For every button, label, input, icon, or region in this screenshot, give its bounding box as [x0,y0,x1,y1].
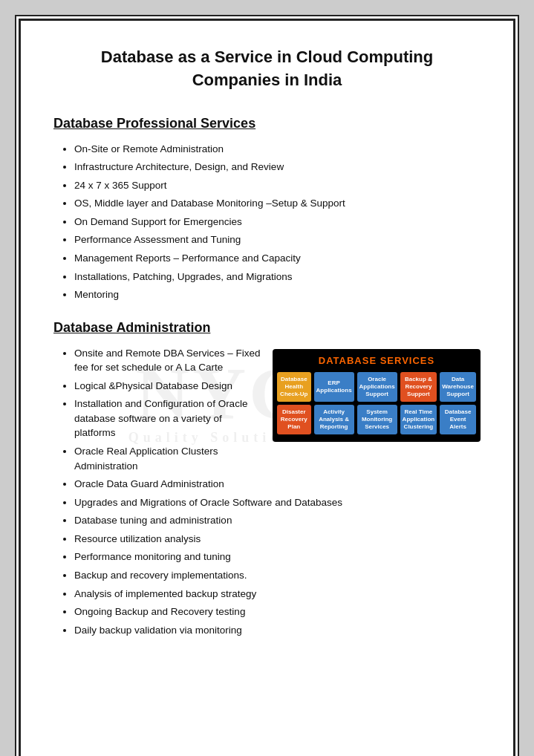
list-item: OS, Middle layer and Database Monitoring… [74,196,481,211]
section2-title: Database Administration [53,320,481,336]
list-item: Ongoing Backup and Recovery testing [74,605,481,619]
db-services-image: DATABASE SERVICES Database Health Check-… [273,349,481,442]
graphic-cell: Database Event Alerts [440,405,476,434]
graphic-cell: Backup & Recovery Support [400,372,437,402]
list-item: Management Reports – Performance and Cap… [74,251,481,266]
list-item: On Demand Support for Emergencies [74,215,481,229]
graphic-cell: Real Time Application Clustering [400,405,437,434]
graphic-cell: Data Warehouse Support [440,372,476,402]
list-item: Infrastructure Architecture, Design, and… [74,160,481,175]
page-title: Database as a Service in Cloud Computing… [53,46,481,92]
list-item: Resource utilization analysis [74,532,481,547]
list-item: Analysis of implemented backup strategy [74,587,481,602]
list-item: Daily backup validation via monitoring [74,623,481,638]
list-item: Installations, Patching, Upgrades, and M… [74,270,481,284]
graphic-cell: Oracle Applications Support [357,372,397,402]
list-item: Database tuning and administration [74,513,481,528]
list-item: Performance Assessment and Tuning [74,232,481,247]
graphic-cell: Activity Analysis & Reporting [314,405,354,434]
section1-title: Database Professional Services [53,116,481,131]
list-item: Oracle Real Application Clusters Adminis… [74,444,481,473]
list-item: Upgrades and Migrations of Oracle Softwa… [74,495,481,510]
graphic-cell: System Monitoring Services [357,405,397,434]
graphic-cell: ERP Applications [314,372,354,402]
section-professional-services: Database Professional Services On-Site o… [53,116,481,302]
list-item: Mentoring [74,287,481,302]
list-item: Backup and recovery implementations. [74,568,481,583]
list-item: 24 x 7 x 365 Support [74,178,481,193]
list-item: Performance monitoring and tuning [74,550,481,564]
section-database-administration: Database Administration DATABASE SERVICE… [53,320,481,656]
section1-list: On-Site or Remote AdministrationInfrastr… [53,142,481,302]
page: NYGCI Quality Solutions Delivered Databa… [15,15,519,756]
db-grid: Database Health Check-UpERP Applications… [277,372,476,434]
graphic-cell: Disaster Recovery Plan [277,405,311,434]
graphic-title: DATABASE SERVICES [277,355,476,366]
db-services-graphic: DATABASE SERVICES Database Health Check-… [273,349,481,442]
list-item: On-Site or Remote Administration [74,142,481,157]
list-item: Oracle Data Guard Administration [74,477,481,492]
graphic-cell: Database Health Check-Up [277,372,311,402]
